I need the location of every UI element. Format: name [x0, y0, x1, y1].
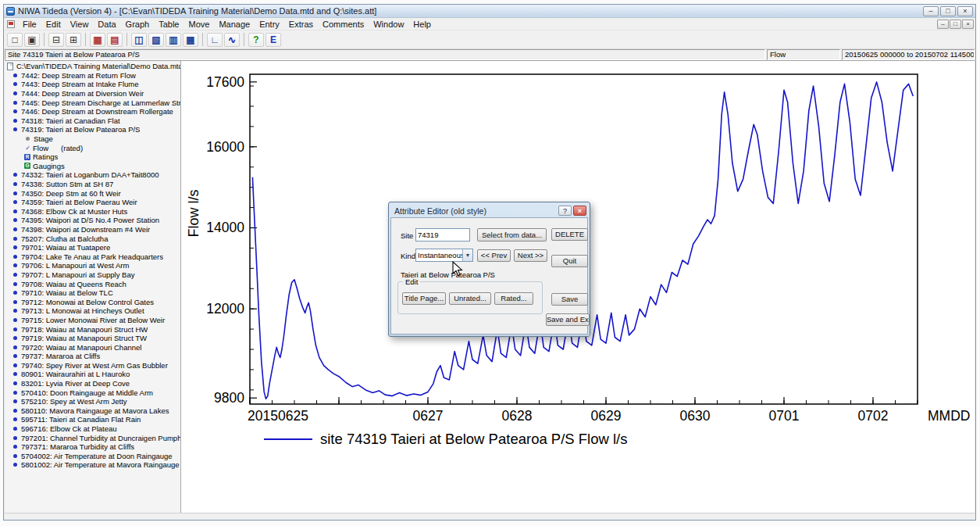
site-input[interactable] [415, 228, 470, 242]
tree-stage-item[interactable]: Stage [5, 134, 180, 144]
tree-site-item[interactable]: 7446: Deep Stream at Downstream Rollerga… [5, 107, 180, 116]
tree-site-item[interactable]: 79715: Lower Monowai River at Below Weir [5, 316, 180, 325]
tree-root[interactable]: C:\Evan\TIDEDA Training Material\Demo Da… [5, 62, 180, 71]
help-icon[interactable]: ? [248, 33, 264, 47]
menu-comments[interactable]: Comments [318, 19, 369, 30]
tree-flow-item[interactable]: ✓Flow(rated) [5, 143, 180, 152]
select-from-data-button[interactable]: Select from data... [477, 228, 547, 242]
tree-site-item[interactable]: 79708: Waiau at Queens Reach [5, 279, 180, 288]
delete-button[interactable]: DELETE [551, 228, 588, 241]
tree-site-item[interactable]: 79719: Waiau at Manapouri Struct TW [5, 334, 180, 343]
tile-windows-icon[interactable]: ◫ [131, 33, 147, 47]
tree-site-item[interactable]: 7443: Deep Stream at Intake Flume [5, 80, 180, 89]
tree-site-item[interactable]: 74395: Waipori at D/S No.4 Power Station [5, 216, 180, 225]
restore-button[interactable]: □ [940, 6, 956, 16]
tree-site-item[interactable]: 74350: Deep Stm at 60 ft Weir [5, 188, 180, 198]
mdi-restore-button[interactable]: □ [950, 20, 961, 29]
table-window-icon[interactable]: ▥ [166, 33, 181, 47]
x-tick-label: 0629 [591, 408, 622, 424]
title-page-button[interactable]: Title Page... [402, 292, 446, 305]
tree-site-item[interactable]: 79704: Lake Te Anau at Park Headquarters [5, 252, 180, 261]
menu-manage[interactable]: Manage [214, 19, 255, 30]
tree-site-item[interactable]: 74318: Taieri at Canadian Flat [5, 116, 180, 126]
title-bar[interactable]: NIWA Tideda (Version 4) - [C:\Evan\TIDED… [4, 5, 975, 18]
dialog-title-bar[interactable]: Attribute Editor (old style) ? × [390, 204, 588, 217]
tree-gaugings-item[interactable]: GGaugings [5, 162, 180, 171]
tree-site-item[interactable]: 79740: Spey River at West Arm Gas Bubble… [5, 361, 180, 370]
tree-site-item[interactable]: 80901: Wairaurahiri at L Hauroko [5, 370, 180, 379]
tree-site-item[interactable]: 596716: Elbow Ck at Plateau [5, 424, 180, 434]
new-file-icon[interactable]: □ [7, 33, 23, 47]
menu-move[interactable]: Move [184, 19, 214, 30]
rated-button[interactable]: Rated... [494, 292, 533, 305]
tree-site-item[interactable]: 79712: Monowai at Below Control Gates [5, 297, 180, 306]
tree-site-item[interactable]: 74398: Waipori at Downstream #4 Weir [5, 225, 180, 234]
tree-site-item[interactable]: 79701: Waiau at Tuatapere [5, 243, 180, 252]
editor-icon[interactable]: E [265, 33, 281, 47]
tree-site-item[interactable]: 79713: L Monowai at Hincheys Outlet [5, 306, 180, 316]
mdi-close-button[interactable]: × [962, 20, 974, 29]
menu-edit[interactable]: Edit [41, 19, 66, 30]
cascade-windows-icon[interactable]: ▩ [183, 33, 198, 47]
tree-site-item[interactable]: 7442: Deep Stream at Return Flow [5, 71, 180, 81]
tree-site-item[interactable]: 74368: Elbow Ck at Muster Huts [5, 207, 180, 216]
app-icon [6, 7, 15, 16]
tree-site-item[interactable]: 5704002: Air Temperature at Doon Raingau… [5, 452, 180, 461]
kind-dropdown[interactable]: Instantaneous ▼ [415, 249, 473, 262]
menu-entry[interactable]: Entry [255, 19, 284, 30]
print-icon[interactable]: ⊟ [48, 33, 64, 47]
menu-window[interactable]: Window [369, 19, 408, 30]
tree-site-item[interactable]: 79710: Waiau at Below TLC [5, 288, 180, 298]
menu-extras[interactable]: Extras [284, 19, 318, 30]
tree-site-item[interactable]: 79718: Waiau at Manapouri Struct HW [5, 324, 180, 334]
sites-edit-icon[interactable]: ▤ [107, 33, 123, 47]
tree-site-item[interactable]: 83201: Lyvia River at Deep Cove [5, 379, 180, 388]
print-preview-icon[interactable]: ⊞ [66, 33, 81, 47]
tree-site-item[interactable]: 79706: L Manapouri at West Arm [5, 261, 180, 270]
tree-ratings-item[interactable]: RRatings [5, 152, 180, 162]
tree-site-item[interactable]: 797201: Channel Turbidity at Duncraigen … [5, 433, 180, 442]
dialog-close-button[interactable]: × [573, 206, 586, 216]
tree-site-item[interactable]: 75207: Clutha at Balclutha [5, 234, 180, 243]
mdi-minimize-button[interactable]: – [937, 20, 949, 29]
tree-site-item[interactable]: 74359: Taieri at Below Paerau Weir [5, 198, 180, 207]
site-label: Site [401, 231, 413, 240]
save-button[interactable]: Save [551, 293, 588, 306]
sites-table-icon[interactable]: ▦ [90, 33, 105, 47]
mdi-child-icon[interactable] [7, 20, 15, 28]
prev-button[interactable]: << Prev [477, 249, 511, 262]
tree-site-item[interactable]: 79737: Mararoa at Cliffs [5, 352, 180, 361]
tree-site-item[interactable]: 79707: L Manapouri at Supply Bay [5, 270, 180, 280]
close-button[interactable]: × [957, 6, 973, 16]
tree-site-item[interactable]: 7444: Deep Stream at Diversion Weir [5, 89, 180, 98]
menu-data[interactable]: Data [93, 19, 120, 30]
tree-site-item[interactable]: 79720: Waiau at Manapouri Channel [5, 342, 180, 352]
save-and-exit-button[interactable]: Save and Exit [546, 313, 590, 326]
unrated-button[interactable]: Unrated... [449, 292, 491, 305]
tree-site-item[interactable]: 595711: Taieri at Canadian Flat Rain [5, 415, 180, 424]
line-graph-icon[interactable]: ∿ [224, 33, 240, 47]
menu-file[interactable]: File [18, 19, 41, 30]
tree-site-item[interactable]: 570410: Doon Raingauge at Middle Arm [5, 388, 180, 397]
tree-site-item[interactable]: 5801002: Air Temperature at Mavora Raing… [5, 460, 180, 470]
tree-site-item[interactable]: 74332: Taieri at Loganburn DAA+Tait8000 [5, 170, 180, 180]
tree-site-item[interactable]: 797371: Mararoa Turbidity at Cliffs [5, 442, 180, 452]
minimize-button[interactable]: – [923, 6, 939, 16]
graph-window-icon[interactable]: ▧ [148, 33, 164, 47]
menu-table[interactable]: Table [154, 19, 184, 30]
tree-site-item[interactable]: 74338: Sutton Stm at SH 87 [5, 180, 180, 189]
tree-site-item[interactable]: 7445: Deep Stream Discharge at Lammerlaw… [5, 98, 180, 107]
menu-help[interactable]: Help [408, 19, 436, 30]
tree-site-item[interactable]: 580110: Mavora Raingauge at Mavora Lakes [5, 406, 180, 416]
next-button[interactable]: Next >> [514, 249, 547, 262]
menu-graph[interactable]: Graph [121, 19, 155, 30]
y-tick-label: 16000 [206, 139, 244, 155]
tree-site-item[interactable]: 575210: Spey at West Arm Jetty [5, 397, 180, 406]
menu-view[interactable]: View [66, 19, 94, 30]
copy-icon[interactable]: ▣ [24, 33, 40, 47]
tree-site-item[interactable]: 74319: Taieri at Below Patearoa P/S [5, 125, 180, 134]
quit-button[interactable]: Quit [551, 255, 588, 267]
dialog-help-button[interactable]: ? [558, 206, 572, 216]
axes-icon[interactable]: ∟ [207, 33, 223, 47]
chevron-down-icon[interactable]: ▼ [462, 249, 472, 261]
